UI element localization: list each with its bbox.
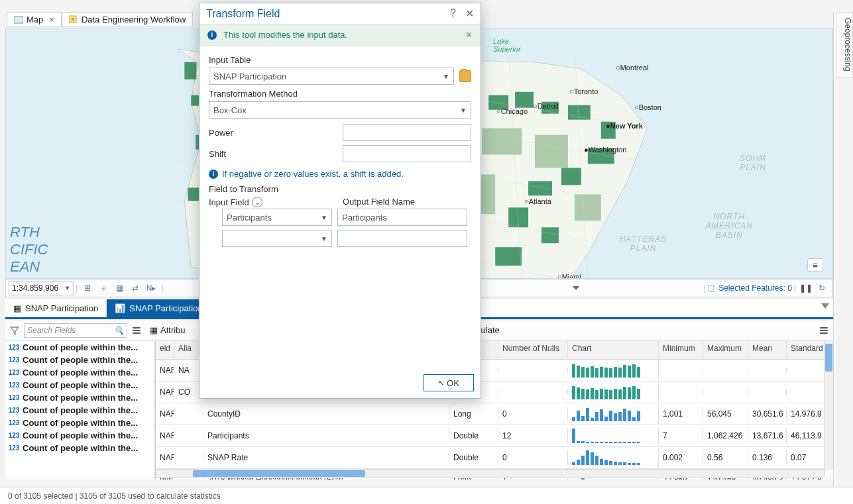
shift-input[interactable]	[343, 145, 471, 162]
field-item[interactable]: 123Count of people within the...	[5, 429, 154, 442]
search-icon: 🔍	[114, 326, 124, 335]
city-boston: ○Boston	[634, 103, 661, 111]
ulate-label: ulate	[481, 325, 500, 335]
ocean-label: RTH CIFIC EAN	[10, 224, 48, 276]
method-label: Transformation Method	[209, 89, 471, 99]
field-item[interactable]: 123Count of people within the...	[5, 391, 154, 404]
selected-features: ⬚ Selected Features: 0	[707, 283, 792, 293]
power-label: Power	[209, 128, 337, 138]
attr-tab-snap-active[interactable]: 📊 SNAP Participation	[107, 299, 211, 317]
transform-field-dialog: Transform Field ? ✕ i This tool modifies…	[199, 3, 481, 399]
output-field-input-2[interactable]	[337, 230, 467, 247]
field-item[interactable]: 123Count of people within the...	[5, 366, 154, 379]
numeric-field-icon: 123	[8, 369, 20, 376]
city-chicago: ○Chicago	[496, 107, 528, 115]
scale-selector[interactable]: 1:34,859,906 ▼	[9, 281, 74, 295]
scale-value: 1:34,859,906	[12, 283, 58, 293]
method-select[interactable]: Box-Cox▼	[209, 101, 471, 119]
svg-rect-4	[184, 62, 196, 79]
attribute-group: ▦ Attribu	[150, 325, 186, 335]
map-icon	[14, 15, 23, 25]
info-icon: i	[209, 170, 218, 179]
fields-list[interactable]: 123Count of people within the...123Count…	[5, 341, 154, 479]
tab-map-label: Map	[27, 15, 43, 25]
table-icon[interactable]: ▦	[113, 281, 126, 295]
close-icon[interactable]: ✕	[465, 7, 474, 20]
table-row[interactable]: NAFSNAP RateDouble00.0020.560.1360.07	[156, 447, 833, 469]
field-item[interactable]: 123Count of people within the...	[5, 354, 154, 366]
menu-icon-right[interactable]	[817, 325, 830, 336]
refresh-icon[interactable]: ↻	[815, 281, 828, 295]
dialog-title-text: Transform Field	[206, 8, 280, 20]
ok-button[interactable]: ↖ OK	[424, 374, 474, 391]
table-row[interactable]: NAFParticipantsDouble1271,062,42613,671.…	[156, 425, 833, 447]
numeric-field-icon: 123	[8, 344, 20, 351]
zoom-to-icon[interactable]: ⟐	[97, 281, 110, 295]
svg-rect-25	[535, 135, 568, 168]
swap-icon[interactable]: ⇄	[129, 281, 142, 295]
selection-icon: ⬚	[707, 283, 714, 293]
field-to-transform-label: Field to Transform	[209, 184, 471, 194]
dialog-info-banner: i This tool modifies the input data. ✕	[199, 25, 481, 46]
shift-label: Shift	[209, 149, 337, 159]
numeric-field-icon: 123	[8, 444, 20, 452]
numeric-field-icon: 123	[8, 381, 20, 389]
numeric-field-icon: 123	[8, 356, 20, 364]
field-item[interactable]: 123Count of people within the...	[5, 417, 154, 429]
help-icon[interactable]: ?	[450, 7, 456, 20]
close-banner-icon[interactable]: ✕	[465, 30, 473, 40]
input-field-select[interactable]: Participants▼	[222, 209, 332, 226]
chevron-down-icon[interactable]	[821, 303, 829, 309]
svg-rect-0	[14, 17, 23, 23]
geoprocessing-tab[interactable]: Geoprocessing	[836, 12, 853, 77]
svg-rect-20	[482, 128, 522, 155]
info-icon: i	[207, 30, 217, 40]
browse-folder-icon[interactable]	[459, 70, 471, 82]
field-item[interactable]: 123Count of people within the...	[5, 379, 154, 391]
city-washington: ●Washington	[584, 146, 626, 154]
city-detroit: ○Detroit	[533, 102, 559, 110]
numeric-field-icon: 123	[8, 394, 20, 401]
svg-rect-11	[568, 105, 591, 120]
chevron-down-icon[interactable]	[573, 286, 579, 290]
menu-icon[interactable]	[130, 325, 143, 336]
field-item[interactable]: 123Count of people within the...	[5, 442, 154, 454]
workflow-icon	[69, 15, 78, 25]
svg-rect-14	[561, 168, 581, 185]
output-field-label: Output Field Name	[343, 197, 471, 207]
vertical-scrollbar[interactable]	[824, 341, 833, 470]
pause-icon[interactable]: ❚❚	[799, 281, 813, 295]
shift-note: i If negative or zero values exist, a sh…	[209, 169, 471, 179]
power-input[interactable]	[343, 124, 471, 141]
input-table-label: Input Table	[209, 55, 471, 65]
city-newyork: ●New York	[606, 122, 643, 130]
numeric-field-icon: 123	[8, 407, 20, 414]
filter-icon[interactable]	[8, 324, 21, 337]
search-fields-input[interactable]: Search Fields 🔍	[24, 323, 127, 338]
field-item[interactable]: 123Count of people within the...	[5, 341, 154, 354]
dialog-titlebar[interactable]: Transform Field ? ✕	[199, 3, 481, 25]
nab-label: NORTH AMERICAN BASIN	[706, 212, 753, 240]
tab-map[interactable]: Map ×	[7, 12, 62, 27]
horizontal-scrollbar[interactable]	[156, 469, 825, 478]
field-item[interactable]: 123Count of people within the...	[5, 404, 154, 417]
tab-workflow[interactable]: Data Engineering Workflow	[62, 12, 193, 27]
table-icon: ▦	[13, 303, 21, 313]
svg-rect-9	[515, 92, 534, 108]
attr-tab-snap[interactable]: ▦ SNAP Participation	[5, 299, 107, 317]
output-field-input[interactable]	[337, 209, 467, 226]
next-icon[interactable]: N▸	[144, 281, 158, 295]
table-row[interactable]: NAFCountyIDLong01,00156,04530,651.614,97…	[156, 403, 833, 425]
close-icon[interactable]: ×	[49, 15, 54, 25]
input-table-select[interactable]: SNAP Participation▼	[209, 68, 454, 85]
chevron-down-icon[interactable]: ⌄	[252, 197, 262, 207]
navigator-icon[interactable]: ≡	[807, 258, 823, 272]
input-field-select-2[interactable]: ▼	[222, 230, 332, 247]
city-toronto: ○Toronto	[569, 87, 598, 95]
add-table-icon[interactable]: ⊞	[81, 281, 94, 295]
stats-icon: 📊	[115, 303, 125, 313]
document-tabs: Map × Data Engineering Workflow	[7, 12, 193, 27]
svg-rect-18	[495, 247, 522, 266]
tab-workflow-label: Data Engineering Workflow	[82, 15, 186, 25]
svg-rect-17	[541, 227, 559, 243]
